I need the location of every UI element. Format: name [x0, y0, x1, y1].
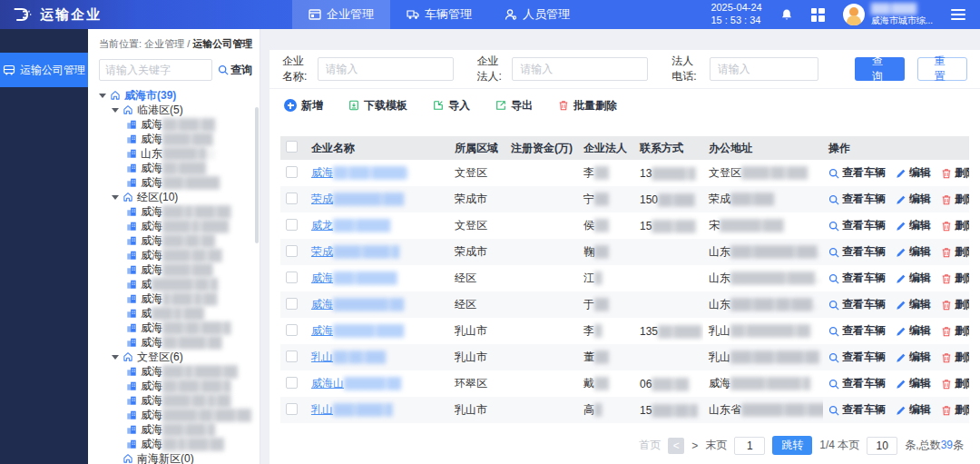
- edit-button[interactable]: 编辑: [896, 402, 931, 418]
- edit-button[interactable]: 编辑: [896, 165, 931, 181]
- jump-button[interactable]: 跳转: [772, 436, 812, 455]
- company-name-link[interactable]: 威海██████ ████: [311, 324, 403, 337]
- reset-button[interactable]: 重置: [917, 57, 967, 81]
- tree-node-company[interactable]: 威海███ █ ████ ██: [99, 364, 260, 379]
- tree-node-company[interactable]: 威海███ █████: [99, 175, 260, 190]
- view-vehicles-button[interactable]: 查看车辆: [828, 297, 886, 312]
- view-vehicles-button[interactable]: 查看车辆: [828, 350, 886, 365]
- tree-node-company[interactable]: 威海███ ██ ██: [99, 233, 260, 248]
- delete-button[interactable]: 删除: [941, 218, 969, 233]
- delete-button[interactable]: 删除: [941, 192, 969, 207]
- delete-button[interactable]: 删除: [941, 244, 969, 260]
- tree-node-company[interactable]: 威海██ ███ ██: [99, 117, 260, 132]
- search-button[interactable]: 查询: [855, 57, 905, 81]
- tree-node-company[interactable]: 威海███ █ ███ ██: [99, 204, 260, 219]
- legal-person-input[interactable]: [512, 57, 648, 81]
- row-checkbox[interactable]: [286, 324, 298, 336]
- next-page-button[interactable]: >: [691, 439, 698, 452]
- tree-node-company[interactable]: 威海███ ██ ███ █: [99, 321, 260, 335]
- company-name-link[interactable]: 荣成████ ████ █: [311, 245, 398, 258]
- edit-button[interactable]: 编辑: [896, 218, 931, 233]
- edit-button[interactable]: 编辑: [896, 192, 931, 207]
- download-template-button[interactable]: 下载模板: [348, 98, 407, 114]
- edit-button[interactable]: 编辑: [896, 323, 931, 339]
- edit-button[interactable]: 编辑: [896, 297, 931, 312]
- tree-node-district[interactable]: 临港区(5): [99, 103, 260, 117]
- row-checkbox[interactable]: [286, 377, 298, 389]
- tree-node-root[interactable]: 威海市(39): [99, 88, 260, 103]
- tab-personnel-management[interactable]: 人员管理: [488, 0, 586, 29]
- legal-phone-input[interactable]: [710, 57, 818, 81]
- view-vehicles-button[interactable]: 查看车辆: [828, 244, 886, 260]
- row-checkbox[interactable]: [286, 219, 298, 231]
- select-all-checkbox[interactable]: [286, 141, 298, 153]
- tree-node-district[interactable]: 文登区(6): [99, 350, 260, 364]
- view-vehicles-button[interactable]: 查看车辆: [828, 192, 886, 207]
- import-button[interactable]: 导入: [433, 98, 470, 114]
- tree-node-company[interactable]: 威海██ ███ ███ █: [99, 379, 260, 393]
- view-vehicles-button[interactable]: 查看车辆: [828, 376, 886, 391]
- tree-node-company[interactable]: 威███ █ ███: [99, 306, 260, 321]
- row-checkbox[interactable]: [286, 166, 298, 178]
- tree-node-company[interactable]: 威海█ ███ █ ██: [99, 291, 260, 306]
- tree-node-company[interactable]: 威海██ █ ███ ██: [99, 437, 260, 451]
- view-vehicles-button[interactable]: 查看车辆: [828, 402, 886, 418]
- first-page-button[interactable]: 首页: [639, 438, 661, 453]
- delete-button[interactable]: 删除: [941, 350, 969, 365]
- delete-button[interactable]: 删除: [941, 376, 969, 391]
- tree-node-district[interactable]: 南海新区(0): [99, 451, 260, 464]
- tab-vehicle-management[interactable]: 车辆管理: [390, 0, 488, 29]
- tree-search-button[interactable]: 查询: [218, 63, 252, 78]
- company-name-link[interactable]: 威海██ ███ █████): [311, 166, 408, 179]
- row-checkbox[interactable]: [286, 298, 298, 310]
- row-checkbox[interactable]: [286, 350, 298, 362]
- edit-button[interactable]: 编辑: [896, 376, 931, 391]
- view-vehicles-button[interactable]: 查看车辆: [828, 218, 886, 233]
- tree-search-input[interactable]: [99, 59, 212, 81]
- menu-icon[interactable]: [951, 9, 965, 20]
- avatar[interactable]: [843, 4, 865, 25]
- row-checkbox[interactable]: [286, 193, 298, 204]
- delete-button[interactable]: 删除: [941, 297, 969, 312]
- breadcrumb-parent[interactable]: 企业管理: [144, 38, 184, 49]
- tree-node-company[interactable]: 威海██ ████ ██: [99, 335, 260, 350]
- tree-node-company[interactable]: 山东█████ █公: [99, 146, 260, 161]
- page-size-input[interactable]: [867, 437, 897, 455]
- export-button[interactable]: 导出: [495, 98, 533, 114]
- row-checkbox[interactable]: [286, 403, 298, 415]
- tree-node-company[interactable]: 威海████ ███: [99, 262, 260, 277]
- tree-node-company[interactable]: 威海███ ███ █: [99, 422, 260, 437]
- user-info[interactable]: ███ ████ 威海市城市综...: [843, 3, 933, 26]
- tree-node-company[interactable]: 威海██ ████: [99, 161, 260, 175]
- view-vehicles-button[interactable]: 查看车辆: [828, 271, 886, 286]
- tree-node-company[interactable]: 威海████ ██ ██: [99, 248, 260, 262]
- tree-scrollbar[interactable]: [255, 107, 259, 243]
- company-name-link[interactable]: 乳山███ ████ █: [311, 403, 392, 416]
- tree-node-company[interactable]: 威海████ █ ████: [99, 219, 260, 233]
- view-vehicles-button[interactable]: 查看车辆: [828, 323, 886, 339]
- row-checkbox[interactable]: [286, 245, 298, 257]
- company-name-link[interactable]: 威龙███ █████: [311, 219, 389, 232]
- apps-grid-icon[interactable]: [811, 8, 825, 22]
- tree-node-district[interactable]: 经区(10): [99, 190, 260, 204]
- edit-button[interactable]: 编辑: [896, 271, 931, 286]
- company-name-link[interactable]: 威海███ ██████: [311, 271, 397, 284]
- company-name-input[interactable]: [318, 57, 454, 81]
- tree-node-company[interactable]: 威海████ ██ █ ██: [99, 393, 260, 408]
- row-checkbox[interactable]: [286, 271, 298, 283]
- tree-node-company[interactable]: 威██████ ██ █: [99, 277, 260, 291]
- batch-delete-button[interactable]: 批量删除: [558, 98, 617, 114]
- page-number-input[interactable]: [734, 437, 765, 455]
- company-name-link[interactable]: 荣成███████ ███: [311, 193, 403, 205]
- delete-button[interactable]: 删除: [941, 402, 969, 418]
- sidebar-item-transport-company[interactable]: 运输公司管理: [0, 53, 88, 87]
- last-page-button[interactable]: 末页: [705, 438, 727, 453]
- tree-node-company[interactable]: 威海█████ ██ ███ ██: [99, 408, 260, 422]
- tree-node-company[interactable]: 威海████ ███: [99, 132, 260, 146]
- edit-button[interactable]: 编辑: [896, 350, 931, 365]
- company-name-link[interactable]: 威海████████ ██: [311, 298, 403, 311]
- company-name-link[interactable]: 乳山██ ██ ███: [311, 350, 385, 363]
- delete-button[interactable]: 删除: [941, 271, 969, 286]
- view-vehicles-button[interactable]: 查看车辆: [828, 165, 886, 181]
- add-button[interactable]: 新增: [284, 98, 323, 114]
